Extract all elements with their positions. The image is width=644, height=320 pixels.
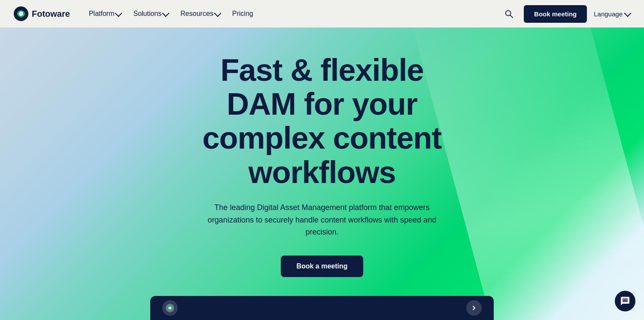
chat-bubble-button[interactable]: [615, 291, 635, 311]
hero-cta-button[interactable]: Book a meeting: [281, 256, 363, 277]
hero-section: Fast & flexible DAM for your complex con…: [0, 27, 644, 320]
nav-item-platform[interactable]: Platform: [84, 6, 127, 21]
hero-title: Fast & flexible DAM for your complex con…: [202, 53, 442, 189]
search-icon: [504, 9, 513, 18]
hero-content: Fast & flexible DAM for your complex con…: [202, 53, 442, 277]
solutions-chevron-icon: [162, 9, 170, 17]
hero-video-bar: [150, 296, 494, 320]
svg-line-3: [510, 15, 513, 18]
arrow-right-icon: [471, 305, 477, 311]
platform-chevron-icon: [115, 9, 122, 17]
nav-item-solutions[interactable]: Solutions: [128, 6, 173, 21]
nav-item-resources[interactable]: Resources: [175, 6, 225, 21]
fotoware-logo-icon: [14, 6, 28, 21]
logo-text: Fotoware: [32, 9, 70, 19]
svg-point-5: [169, 307, 171, 309]
nav-links: Platform Solutions Resources Pricing: [84, 6, 487, 21]
search-button[interactable]: [501, 6, 517, 22]
hero-subtitle: The leading Digital Asset Management pla…: [202, 201, 442, 238]
language-chevron-icon: [624, 9, 632, 17]
resources-chevron-icon: [214, 9, 221, 17]
language-selector[interactable]: Language: [594, 10, 630, 18]
video-logo-icon: [166, 304, 174, 312]
book-meeting-nav-button[interactable]: Book meeting: [524, 5, 587, 23]
nav-item-pricing[interactable]: Pricing: [227, 6, 258, 21]
logo-link[interactable]: Fotoware: [14, 6, 70, 21]
chat-icon: [620, 296, 630, 306]
video-bar-logo: [162, 300, 178, 316]
nav-right: Book meeting Language: [501, 5, 630, 23]
svg-point-1: [19, 12, 23, 16]
video-next-arrow[interactable]: [466, 300, 482, 316]
navbar: Fotoware Platform Solutions Resources Pr…: [0, 0, 644, 27]
